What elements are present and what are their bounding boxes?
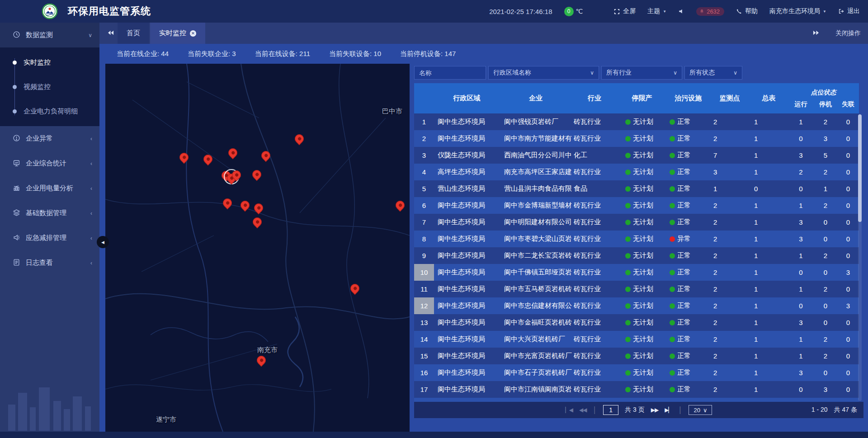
status-dot-icon [625, 186, 631, 192]
cell-points: 2 [710, 364, 750, 381]
cell-stop: 0 [814, 364, 837, 381]
status-dot-icon [670, 153, 675, 158]
fullscreen-button[interactable]: 全屏 [613, 7, 636, 15]
cell-stop: 0 [814, 297, 837, 314]
cell-run: 3 [788, 231, 814, 247]
tabs-scroll-right-button[interactable] [812, 30, 819, 37]
cell-index: 8 [414, 231, 434, 247]
theme-dropdown[interactable]: 主题▼ [647, 7, 666, 15]
table-row[interactable]: 9阆中生态环境局阆中市二龙长宝页岩砖砖瓦行业无计划正常21120 [414, 247, 859, 264]
total-pages-label: 共 3 页 [625, 406, 645, 414]
table-row[interactable]: 17阆中生态环境局阆中市江南镇阆南页岩砖瓦行业无计划正常21030 [414, 381, 859, 398]
limit-label: 无计划 [633, 285, 653, 293]
status-dot-icon [670, 253, 675, 259]
table-row[interactable]: 12阆中生态环境局阆中市忠信建材有限公砖瓦行业无计划正常21003 [414, 297, 859, 314]
sidebar-subitem-视频监控[interactable]: 视频监控 [0, 75, 99, 99]
cell-meters: 1 [750, 398, 788, 402]
facility-label: 正常 [677, 352, 691, 360]
close-operations-dropdown[interactable]: 关闭操作 [835, 29, 861, 38]
phone-icon [736, 8, 742, 14]
table-row[interactable]: 18南部生态环境局南部县碧龙乡宏远页岩砖瓦行业无计划正常21060 [414, 398, 859, 402]
sidebar-item-日志查看[interactable]: 日志查看‹ [0, 250, 99, 275]
sidebar-item-企业综合统计[interactable]: 企业综合统计‹ [0, 151, 99, 176]
table-row[interactable]: 4高坪生态环境局南充市高坪区王家店建砖瓦行业无计划正常31220 [414, 164, 859, 180]
panel-collapse-button[interactable]: ◀ [97, 236, 109, 248]
limit-label: 无计划 [633, 201, 653, 210]
sidebar-item-数据监测[interactable]: 数据监测∨ [0, 23, 99, 47]
cell-region: 仪陇生态环境局 [434, 147, 500, 164]
status-dot-icon [670, 203, 675, 208]
last-page-button[interactable]: ▶▏ [665, 407, 672, 413]
cell-facility: 正常 [667, 381, 710, 398]
cell-stop: 3 [814, 130, 837, 147]
cell-lost: 0 [837, 331, 859, 348]
table-row[interactable]: 7阆中生态环境局阆中明阳建材有限公司砖瓦行业无计划正常21300 [414, 214, 859, 231]
table-row[interactable]: 14阆中生态环境局阆中大兴页岩机砖厂砖瓦行业无计划正常21120 [414, 331, 859, 348]
cell-facility: 正常 [667, 331, 710, 348]
close-icon[interactable]: ✕ [190, 30, 196, 37]
table-row[interactable]: 16阆中生态环境局阆中市石子页岩机砖厂砖瓦行业无计划正常21300 [414, 364, 859, 381]
status-dot-icon [670, 270, 675, 275]
sidebar-item-企业用电量分析[interactable]: 企业用电量分析‹ [0, 176, 99, 201]
table-row[interactable]: 8阆中生态环境局阆中市枣碧大梁山页岩砖瓦行业无计划异常21300 [414, 231, 859, 247]
sidebar-subitem-实时监控[interactable]: 实时监控 [0, 50, 99, 75]
limit-label: 无计划 [633, 184, 653, 193]
cell-industry: 食品 [572, 180, 617, 197]
region-select[interactable]: 行政区域名称∨ [488, 66, 599, 80]
name-search-input[interactable] [419, 69, 481, 76]
tab-首页[interactable]: 首页 [118, 23, 149, 44]
status-dot-icon [670, 353, 675, 359]
limit-label: 无计划 [633, 368, 653, 377]
cell-lost: 0 [837, 197, 859, 214]
cell-region: 阆中生态环境局 [434, 381, 500, 398]
status-select[interactable]: 所有状态∨ [684, 66, 742, 80]
cell-run: 1 [788, 331, 814, 348]
cell-region: 阆中生态环境局 [434, 314, 500, 331]
map-panel[interactable]: 巴中市南充市遂宁市 [105, 64, 410, 432]
page-size-select[interactable]: 20∨ [689, 405, 712, 415]
stats-icon [13, 159, 20, 168]
cell-stop: 0 [814, 314, 837, 331]
chevron-down-icon: ∨ [673, 70, 677, 76]
table-row[interactable]: 15阆中生态环境局阆中市光富页岩机砖厂砖瓦行业无计划正常21120 [414, 348, 859, 364]
page-number-input[interactable] [603, 405, 618, 415]
table-row[interactable]: 11阆中生态环境局阆中市五马桥页岩机砖砖瓦行业无计划正常21120 [414, 281, 859, 297]
cell-region: 高坪生态环境局 [434, 164, 500, 180]
table-row[interactable]: 5营山生态环境局营山县润丰肉食品有限食品无计划正常10010 [414, 180, 859, 197]
cell-meters: 1 [750, 264, 788, 281]
tabs-scroll-left-button[interactable] [104, 29, 118, 38]
sidebar-subitem-企业电力负荷明细[interactable]: 企业电力负荷明细 [0, 99, 99, 123]
sidebar-subitem-label: 实时监控 [24, 58, 51, 67]
user-org-dropdown[interactable]: 南充市生态环境局▼ [769, 7, 826, 15]
cell-stop: 3 [814, 381, 837, 398]
sidebar-item-基础数据管理[interactable]: 基础数据管理‹ [0, 201, 99, 226]
next-page-button[interactable]: ▶▶ [651, 407, 658, 413]
cell-run: 1 [788, 197, 814, 214]
cell-stop: 2 [814, 113, 837, 130]
table-row[interactable]: 3仪陇生态环境局西南油气田分公司川中化工无计划正常71350 [414, 147, 859, 164]
table-row[interactable]: 10阆中生态环境局阆中千佛镇五郎垭页岩砖瓦行业无计划正常21003 [414, 264, 859, 281]
cell-industry: 砖瓦行业 [572, 314, 617, 331]
column-points: 监测点 [710, 83, 750, 113]
help-button[interactable]: 帮助 [736, 7, 758, 15]
mute-speaker-button[interactable] [678, 8, 684, 14]
table-scrollbar-thumb[interactable] [858, 114, 862, 222]
tab-实时监控[interactable]: 实时监控✕ [150, 23, 205, 44]
table-row[interactable]: 13阆中生态环境局阆中市金福旺页岩机砖砖瓦行业无计划正常21300 [414, 314, 859, 331]
first-page-button[interactable]: ▏◀ [566, 407, 573, 413]
sidebar-item-应急减排管理[interactable]: 应急减排管理‹ [0, 226, 99, 250]
cell-run: 0 [788, 130, 814, 147]
facility-label: 正常 [677, 168, 691, 176]
chevron-down-icon: ▼ [823, 9, 826, 14]
prev-page-button[interactable]: ◀◀ [579, 407, 586, 413]
cell-limit: 无计划 [617, 281, 667, 297]
logout-button[interactable]: 退出 [838, 7, 860, 15]
table-row[interactable]: 6阆中生态环境局阆中市金博瑞新型墙材砖瓦行业无计划正常21120 [414, 197, 859, 214]
notification-badge[interactable]: 2632 [696, 7, 724, 16]
sidebar-item-企业异常[interactable]: 企业异常‹ [0, 126, 99, 151]
table-row[interactable]: 1阆中生态环境局阆中强锐页岩砖厂砖瓦行业无计划正常21120 [414, 113, 859, 130]
cell-index: 12 [414, 297, 434, 314]
table-row[interactable]: 2阆中生态环境局阆中市南方节能建材有砖瓦行业无计划正常21030 [414, 130, 859, 147]
status-dot-icon [625, 253, 631, 259]
industry-select[interactable]: 所有行业∨ [601, 66, 682, 80]
